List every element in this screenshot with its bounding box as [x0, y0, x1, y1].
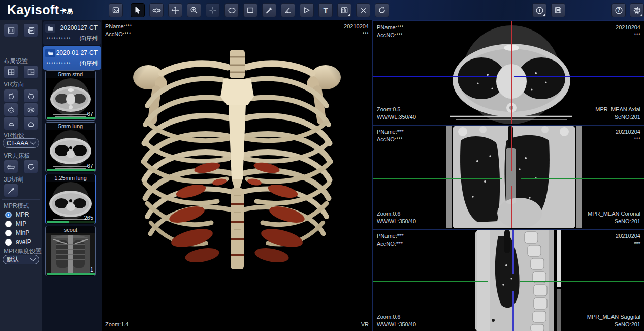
crosshair-v-red[interactable]: [511, 21, 512, 124]
crosshair-v-blue[interactable]: [512, 291, 514, 331]
crosshair-h-green[interactable]: [373, 281, 488, 282]
dropdown-corner: [348, 14, 350, 16]
vr-rotate-left-button[interactable]: [4, 89, 18, 103]
sagittal-viewport[interactable]: PName:***AccNO:*** 20210204*** Zoom:0.6W…: [373, 229, 644, 331]
crosshair-v-red[interactable]: [511, 126, 512, 171]
text-tool-icon: T: [323, 7, 328, 14]
vr-view-top-button[interactable]: [4, 103, 18, 116]
header-bar: Kayisoft卡易: [0, 0, 644, 20]
rotate-3d-icon: [152, 6, 161, 15]
mpr-thickness-select[interactable]: 默认: [3, 255, 39, 264]
brand-cn-text: 卡易: [60, 8, 73, 15]
ellipse-tool-icon: [228, 6, 236, 15]
vr-rotate-left-icon: [7, 92, 15, 100]
reset-button[interactable]: [375, 3, 389, 17]
chevron-down-icon: [30, 255, 36, 261]
layout-stack-icon: [27, 26, 35, 35]
wwwl-text: WW/WL:350/40: [377, 218, 416, 224]
accno-text: AccNO:***: [377, 32, 403, 38]
radio-icon: [5, 221, 12, 227]
render-mode-text: VR: [361, 321, 369, 327]
vr-viewport[interactable]: PName:***AccNO:*** 20210204*** Zoom:1.4 …: [102, 20, 372, 331]
layout-stack-button[interactable]: [23, 23, 38, 37]
bed-reset-button[interactable]: [23, 160, 38, 173]
overlay-series: MPR_MEAN CoronalSeNO:201: [588, 210, 640, 225]
crosshair-button[interactable]: [206, 3, 220, 17]
remove-bed-button[interactable]: [4, 160, 18, 173]
thumbnail-image-count: 1: [90, 266, 93, 273]
thumbnail-progress: [47, 169, 95, 171]
crosshair-h-blue[interactable]: [373, 76, 497, 77]
series-thumbnail[interactable]: 5mm stnd 67: [45, 70, 96, 121]
zoom-button[interactable]: [187, 3, 201, 17]
tool-sidebar: 布局设置 VR方向 VR预设 CT-AAA VR去床: [0, 20, 42, 331]
ellipse-tool-button[interactable]: [224, 3, 239, 17]
rotate-3d-button[interactable]: [149, 3, 164, 17]
vr-view-back-button[interactable]: [4, 116, 18, 130]
cobb-angle-button[interactable]: [300, 3, 314, 17]
thumbnail-label: 5mm stnd: [46, 71, 95, 77]
mpr-mode-label: MPR模式: [4, 202, 29, 210]
mpr-plane-text: MPR_MEAN Coronal: [588, 210, 640, 217]
cursor-button[interactable]: [131, 3, 145, 17]
crosshair-v-red[interactable]: [511, 186, 512, 228]
crosshair-h-green[interactable]: [520, 281, 644, 282]
help-button[interactable]: ?: [611, 3, 626, 17]
measure-button[interactable]: [262, 3, 276, 17]
vr-view-top-icon: [7, 106, 15, 114]
axial-viewport[interactable]: PName:***AccNO:*** 20210204*** Zoom:0.5W…: [373, 20, 644, 124]
save-button[interactable]: [551, 3, 565, 17]
vr-preset-select[interactable]: CT-AAA: [3, 138, 39, 148]
radio-icon: [5, 239, 12, 246]
vr-rotate-right-button[interactable]: [23, 89, 38, 103]
crosshair-h-blue[interactable]: [514, 76, 644, 77]
vr-view-front-button[interactable]: [23, 116, 38, 130]
folder-open-icon: [47, 50, 54, 56]
pan-icon: [171, 6, 179, 14]
wwwl-text: WW/WL:350/40: [377, 321, 416, 327]
report-icon: [535, 6, 544, 15]
crosshair-h-green[interactable]: [521, 178, 644, 179]
crosshair-v-blue[interactable]: [512, 230, 514, 274]
crosshair-h-green[interactable]: [373, 178, 502, 179]
layout-grid-button[interactable]: [4, 65, 18, 79]
layout-single-button[interactable]: [4, 23, 18, 37]
study-date-text: 20210204: [616, 233, 640, 239]
coronal-viewport[interactable]: PName:***AccNO:*** 20210204*** Zoom:0.6W…: [373, 125, 644, 228]
angle-icon: [284, 6, 292, 14]
mpr-mode-option-mip[interactable]: MIP: [5, 220, 26, 228]
pan-button[interactable]: [168, 3, 182, 17]
overlay-patient: PName:***AccNO:***: [377, 24, 404, 39]
radio-label: MPR: [16, 211, 29, 218]
viewer-2d-button[interactable]: [109, 3, 123, 17]
series-thumbnail-selected[interactable]: 1.25mm lung 265: [45, 174, 96, 224]
overlay-study: 20210204***: [616, 128, 640, 143]
mpr-mode-option-mpr[interactable]: MPR: [5, 210, 29, 219]
layout-split-button[interactable]: [23, 65, 38, 79]
text-tool-button[interactable]: T: [318, 3, 333, 17]
overlay-study: 20210204***: [616, 232, 640, 248]
radio-label: aveIP: [16, 238, 31, 246]
report-button[interactable]: [532, 3, 546, 17]
settings-button[interactable]: [630, 3, 644, 17]
angle-button[interactable]: [281, 3, 295, 17]
window-level-button[interactable]: [337, 3, 351, 17]
overlay-series: MPR_MEAN SaggitalSeNO:201: [587, 313, 640, 328]
delete-button[interactable]: [356, 3, 370, 17]
cobb-angle-icon: [303, 6, 311, 14]
rect-tool-button[interactable]: [243, 3, 257, 17]
vr-view-face-button[interactable]: [23, 103, 38, 116]
series-thumbnail[interactable]: 5mm lung 67: [45, 122, 96, 172]
reset-icon: [378, 6, 386, 14]
pname-text: PName:***: [377, 233, 404, 239]
overlay-patient: PName:***AccNO:***: [377, 128, 404, 143]
cut3d-button[interactable]: [4, 184, 18, 197]
mpr-mode-option-minp[interactable]: MinP: [5, 229, 29, 237]
layout-single-icon: [7, 26, 15, 35]
mpr-mode-option-aveip[interactable]: aveIP: [5, 238, 31, 246]
series-thumbnail[interactable]: scout 1: [45, 226, 96, 276]
toolbar-separator: [530, 3, 530, 17]
radio-selected-icon: [5, 212, 12, 218]
study-item-selected[interactable]: 2020-01-27-CT ********** (4)序列: [43, 46, 101, 70]
study-item[interactable]: 20200127-CT ********** (5)序列: [43, 21, 101, 45]
